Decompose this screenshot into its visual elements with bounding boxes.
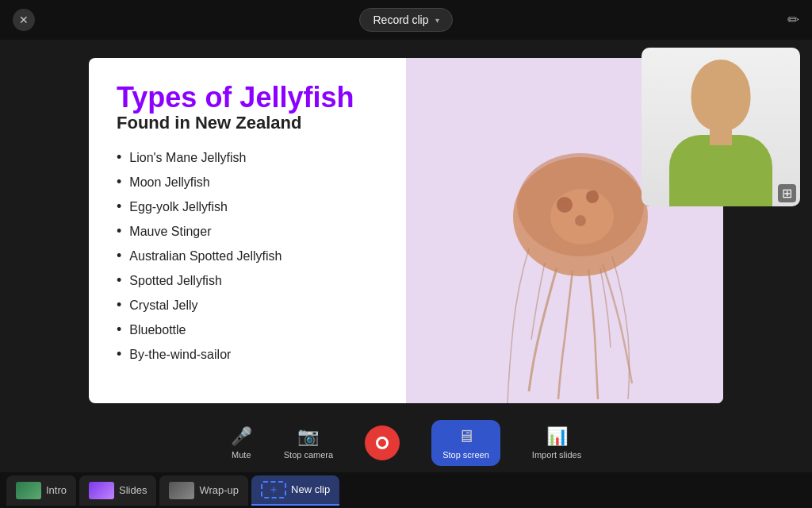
presentation-slide: Types of Jellyfish Found in New Zealand … <box>89 58 723 403</box>
tab-wrapup-label: Wrap-up <box>199 484 239 496</box>
mute-button[interactable]: 🎤 Mute <box>231 426 252 460</box>
camera-grid-button[interactable]: ⊞ <box>778 184 796 202</box>
list-item: Crystal Jelly <box>117 297 378 314</box>
bottom-toolbar: 🎤 Mute 📷 Stop camera 🖥 Stop screen 📊 Imp… <box>0 413 812 472</box>
top-bar: ✕ Record clip ▾ ✏ <box>0 0 812 40</box>
list-item: By-the-wind-sailor <box>117 346 378 363</box>
stop-screen-button[interactable]: 🖥 Stop screen <box>431 420 500 466</box>
edit-icon: ✏ <box>787 12 799 28</box>
import-slides-button[interactable]: 📊 Import slides <box>532 426 581 460</box>
person-shirt <box>669 135 772 206</box>
mute-label: Mute <box>232 450 251 460</box>
chevron-down-icon: ▾ <box>435 16 439 25</box>
jellyfish-list: Lion's Mane Jellyfish Moon Jellyfish Egg… <box>117 149 378 371</box>
list-item: Bluebottle <box>117 321 378 338</box>
edit-button[interactable]: ✏ <box>787 11 799 29</box>
tab-thumb-wrap <box>169 482 194 499</box>
screen-icon: 🖥 <box>458 426 475 447</box>
tab-slides[interactable]: Slides <box>79 475 156 506</box>
slide-title-types: Types of Jellyfish <box>117 82 378 114</box>
list-item: Mauve Stinger <box>117 223 378 240</box>
list-item: Lion's Mane Jellyfish <box>117 149 378 166</box>
record-clip-button[interactable]: Record clip ▾ <box>359 8 452 32</box>
camera-person <box>642 48 800 206</box>
tab-intro[interactable]: Intro <box>6 475 76 506</box>
close-icon: ✕ <box>19 13 29 26</box>
record-button[interactable] <box>365 425 400 460</box>
bottom-tabs: Intro Slides Wrap-up ＋ New clip <box>0 472 812 508</box>
slide-title-sub: Found in New Zealand <box>117 113 378 133</box>
close-button[interactable]: ✕ <box>13 9 35 31</box>
stop-screen-label: Stop screen <box>442 450 489 460</box>
list-item: Egg-yolk Jellyfish <box>117 198 378 215</box>
slide-left-panel: Types of Jellyfish Found in New Zealand … <box>89 58 406 403</box>
camera-feed: ⊞ <box>642 48 800 206</box>
tab-thumb-intro <box>16 482 41 499</box>
import-label: Import slides <box>532 450 581 460</box>
camera-icon: 📷 <box>297 426 319 447</box>
tab-thumb-new: ＋ <box>261 481 286 498</box>
list-item: Moon Jellyfish <box>117 174 378 190</box>
svg-point-6 <box>550 189 614 244</box>
tab-intro-label: Intro <box>46 484 67 496</box>
record-indicator <box>376 437 389 449</box>
list-item: Australian Spotted Jellyfish <box>117 248 378 264</box>
tab-slides-label: Slides <box>119 484 147 496</box>
person-head <box>691 60 751 131</box>
microphone-icon: 🎤 <box>231 426 252 447</box>
stop-camera-label: Stop camera <box>284 450 333 460</box>
tab-new-clip[interactable]: ＋ New clip <box>251 475 339 506</box>
tab-thumb-slides <box>89 482 114 499</box>
list-item: Spotted Jellyfish <box>117 272 378 289</box>
tab-wrapup[interactable]: Wrap-up <box>159 475 248 506</box>
tab-new-clip-label: New clip <box>291 483 330 495</box>
stop-camera-button[interactable]: 📷 Stop camera <box>284 426 333 460</box>
record-clip-label: Record clip <box>373 13 428 26</box>
import-icon: 📊 <box>546 426 568 447</box>
